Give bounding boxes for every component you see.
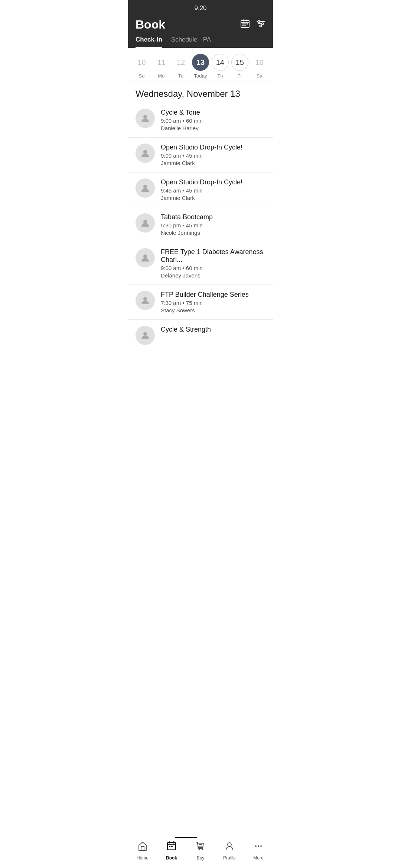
date-heading: Wednesday, November 13 [128,82,273,103]
list-item[interactable]: Cycle & Tone 9:00 am • 60 min Danielle H… [128,103,273,138]
svg-rect-5 [245,25,246,26]
class-name: FTP Builder Challenge Series [161,291,265,299]
tabs: Check-in Schedule - PA [128,32,273,48]
calendar-icon[interactable] [240,19,250,31]
svg-point-11 [143,185,147,188]
nav-label-book: Book [166,855,177,861]
class-info: Open Studio Drop-In Cycle! 9:45 am • 45 … [161,178,265,201]
list-item[interactable]: Cycle & Strength [128,320,273,348]
nav-item-more[interactable]: More [247,841,270,861]
profile-icon [224,841,235,854]
class-instructor: Delaney Javens [161,272,265,279]
avatar [136,178,155,198]
svg-rect-1 [242,23,244,24]
svg-rect-3 [247,23,248,24]
svg-point-20 [202,849,203,850]
cal-num-15: 15 [231,54,248,71]
status-bar: 9:20 [128,0,273,15]
svg-point-9 [143,115,147,119]
avatar [136,144,155,163]
class-time: 9:45 am • 45 min [161,187,265,194]
class-time: 5:30 pm • 45 min [161,222,265,228]
class-info: FTP Builder Challenge Series 7:30 am • 7… [161,291,265,313]
class-info: Cycle & Tone 9:00 am • 60 min Danielle H… [161,109,265,131]
active-indicator [175,837,197,838]
cal-num-16: 16 [251,54,268,71]
cal-day-10[interactable]: 10 Su [133,54,150,79]
page-title: Book [136,18,165,32]
avatar [136,213,155,233]
tab-schedule[interactable]: Schedule - PA [171,36,211,48]
class-name: Open Studio Drop-In Cycle! [161,178,265,186]
svg-rect-2 [245,23,246,24]
avatar [136,248,155,267]
svg-point-6 [258,20,260,22]
class-time: 9:00 am • 45 min [161,152,265,159]
nav-label-profile: Profile [223,855,236,861]
class-info: Open Studio Drop-In Cycle! 9:00 am • 45 … [161,144,265,166]
svg-point-12 [143,220,147,223]
cal-day-15[interactable]: 15 Fr [231,54,249,79]
book-icon [166,841,177,854]
class-time: 9:00 am • 60 min [161,118,265,124]
more-icon [253,841,264,854]
header-icons [240,19,265,31]
nav-item-home[interactable]: Home [131,841,154,861]
avatar [136,326,155,345]
class-instructor: Nicole Jennings [161,230,265,236]
nav-item-book[interactable]: Book [160,841,183,861]
list-item[interactable]: Open Studio Drop-In Cycle! 9:00 am • 45 … [128,138,273,172]
buy-icon [195,841,206,854]
bottom-nav: Home Book Buy [128,837,273,868]
nav-label-buy: Buy [197,855,205,861]
cal-label-fr: Fr [238,73,242,79]
cal-day-14[interactable]: 14 Th [211,54,229,79]
class-info: Tabata Bootcamp 5:30 pm • 45 min Nicole … [161,213,265,236]
header: Book [128,15,273,32]
svg-point-19 [199,849,200,850]
svg-point-15 [143,332,147,336]
class-name: Cycle & Strength [161,326,265,333]
list-item[interactable]: FTP Builder Challenge Series 7:30 am • 7… [128,285,273,320]
avatar [136,291,155,310]
cal-num-10: 10 [133,54,150,71]
class-name: Cycle & Tone [161,109,265,116]
cal-label-sa: Sa [257,73,263,79]
svg-rect-4 [242,25,244,26]
class-time: 7:30 am • 75 min [161,300,265,306]
svg-point-21 [228,843,231,846]
svg-point-14 [143,297,147,301]
nav-item-profile[interactable]: Profile [218,841,241,861]
list-item[interactable]: Tabata Bootcamp 5:30 pm • 45 min Nicole … [128,207,273,242]
svg-point-10 [143,150,147,154]
cal-day-16[interactable]: 16 Sa [250,54,268,79]
class-instructor: Stacy Sowers [161,307,265,313]
status-time: 9:20 [194,4,206,12]
list-item[interactable]: Open Studio Drop-In Cycle! 9:45 am • 45 … [128,172,273,207]
cal-label-mo: Mo [158,73,164,79]
cal-label-today: Today [194,73,207,79]
cal-day-13[interactable]: 13 Today [192,54,209,79]
nav-label-home: Home [137,855,149,861]
cal-label-su: Su [138,73,144,79]
nav-item-buy[interactable]: Buy [189,841,212,861]
tab-checkin[interactable]: Check-in [136,36,162,48]
cal-num-14: 14 [212,54,229,71]
home-icon [137,841,148,854]
avatar [136,109,155,128]
cal-label-th: Th [217,73,223,79]
class-instructor: Jammie Clark [161,195,265,201]
cal-day-12[interactable]: 12 Tu [172,54,190,79]
calendar-strip: 10 Su 11 Mo 12 Tu 13 Today 14 Th 15 Fr 1… [128,48,273,82]
cal-day-11[interactable]: 11 Mo [152,54,170,79]
cal-label-tu: Tu [178,73,184,79]
filter-icon[interactable] [256,19,265,31]
class-info: Cycle & Strength [161,326,265,333]
class-instructor: Danielle Harley [161,125,265,131]
list-item[interactable]: FREE Type 1 Diabetes Awareness Chari... … [128,242,273,285]
svg-point-8 [260,25,262,27]
svg-rect-18 [171,846,173,847]
svg-point-23 [258,845,259,847]
class-name: Open Studio Drop-In Cycle! [161,144,265,151]
class-name: Tabata Bootcamp [161,213,265,221]
